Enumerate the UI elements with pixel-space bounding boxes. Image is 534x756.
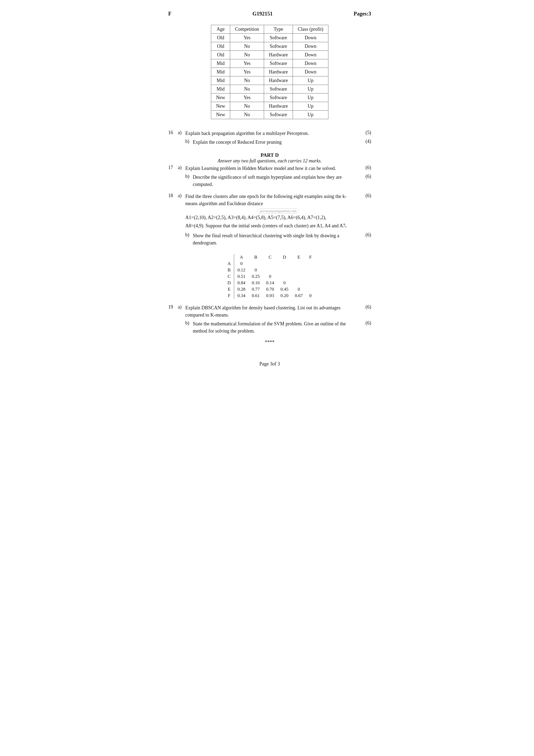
table-cell: New	[211, 94, 230, 102]
table-row: NewYesSoftwareUp	[211, 94, 328, 102]
page-header: F G192151 Pages:3	[168, 11, 371, 17]
col-competition: Competition	[230, 25, 264, 34]
dist-header-row: ABCDEF	[224, 254, 315, 260]
table-cell: Software	[264, 85, 293, 94]
q16-a-text: Explain back propagation algorithm for a…	[185, 130, 358, 137]
table-cell: No	[230, 76, 264, 85]
table-cell: Hardware	[264, 68, 293, 76]
q16-b-row: b) Explain the concept of Reduced Error …	[185, 139, 371, 146]
q19-a-letter: a)	[178, 304, 185, 319]
q17-b-letter: b)	[185, 174, 193, 188]
watermark: previousyearquestion.com	[258, 208, 299, 213]
question-18: 18 a) Find the three clusters after one …	[168, 193, 371, 247]
q19-a-text: Explain DBSCAN algorithm for density bas…	[185, 304, 358, 319]
q17-b-text: Describe the significance of soft margin…	[193, 174, 358, 188]
q18-b-marks: (6)	[358, 232, 371, 247]
table-cell: Hardware	[264, 102, 293, 111]
q19-b-letter: b)	[185, 320, 193, 335]
q17-a-letter: a)	[178, 165, 185, 172]
q18-a-row: 18 a) Find the three clusters after one …	[168, 193, 371, 230]
table-cell: Hardware	[264, 76, 293, 85]
data-table-wrapper: Age Competition Type Class (profit) OldY…	[168, 25, 371, 119]
q16-a-letter: a)	[178, 130, 185, 137]
q16-a-row: 16 a) Explain back propagation algorithm…	[168, 130, 371, 137]
table-cell: Software	[264, 94, 293, 102]
table-row: NewNoHardwareUp	[211, 102, 328, 111]
table-cell: No	[230, 51, 264, 59]
table-cell: Hardware	[264, 51, 293, 59]
q19-a-row: 19 a) Explain DBSCAN algorithm for densi…	[168, 304, 371, 319]
q17-a-marks: (6)	[358, 165, 371, 172]
table-row: MidNoHardwareUp	[211, 76, 328, 85]
table-cell: Yes	[230, 68, 264, 76]
table-cell: Yes	[230, 94, 264, 102]
table-cell: Up	[293, 111, 328, 119]
q16-number: 16	[168, 130, 178, 137]
q19-number: 19	[168, 304, 178, 319]
table-cell: Down	[293, 59, 328, 68]
table-cell: Mid	[211, 85, 230, 94]
q18-b-row: b) Show the final result of hierarchical…	[185, 232, 371, 247]
table-cell: Yes	[230, 59, 264, 68]
table-cell: No	[230, 102, 264, 111]
table-cell: Up	[293, 102, 328, 111]
q19-b-row: b) State the mathematical formulation of…	[185, 320, 371, 335]
distance-matrix-wrapper: ABCDEFA0B0.120C0.510.250D0.840.160.140E0…	[168, 254, 371, 299]
table-cell: No	[230, 111, 264, 119]
q17-b-marks: (6)	[358, 174, 371, 188]
question-19: 19 a) Explain DBSCAN algorithm for densi…	[168, 304, 371, 335]
dist-row: F0.340.610.930.200.670	[224, 292, 315, 299]
part-d-title: PART D	[168, 152, 371, 158]
table-cell: Up	[293, 94, 328, 102]
table-cell: Down	[293, 51, 328, 59]
table-cell: Mid	[211, 76, 230, 85]
q18-a-letter: a)	[178, 193, 185, 230]
q16-b-marks: (4)	[358, 139, 371, 146]
table-cell: Mid	[211, 59, 230, 68]
table-cell: No	[230, 42, 264, 51]
question-16: 16 a) Explain back propagation algorithm…	[168, 130, 371, 146]
table-row: MidYesSoftwareDown	[211, 59, 328, 68]
dist-row: E0.280.770.700.450	[224, 286, 315, 292]
q16-b-text: Explain the concept of Reduced Error pru…	[193, 139, 358, 146]
table-cell: New	[211, 102, 230, 111]
q18-a-text2: A1=(2,10), A2=(2,5), A3=(8,4), A4=(5,8),…	[185, 214, 371, 221]
table-cell: New	[211, 111, 230, 119]
part-d-subtitle: Answer any two full questions, each carr…	[168, 158, 371, 164]
table-row: NewNoSoftwareUp	[211, 111, 328, 119]
q17-number: 17	[168, 165, 178, 172]
table-cell: Up	[293, 85, 328, 94]
table-cell: Software	[264, 111, 293, 119]
q17-b-row: b) Describe the significance of soft mar…	[185, 174, 371, 188]
q18-b-text: Show the final result of hierarchical cl…	[193, 232, 358, 247]
table-cell: Software	[264, 34, 293, 42]
header-center: G192151	[253, 11, 273, 17]
table-cell: Software	[264, 59, 293, 68]
table-cell: Old	[211, 34, 230, 42]
q16-b-letter: b)	[185, 139, 193, 146]
table-row: OldNoSoftwareDown	[211, 42, 328, 51]
q18-a-text: Find the three clusters after one epoch …	[185, 193, 358, 207]
table-cell: Up	[293, 76, 328, 85]
table-cell: Old	[211, 51, 230, 59]
dist-row: B0.120	[224, 267, 315, 273]
table-row: MidYesHardwareDown	[211, 68, 328, 76]
q19-b-marks: (6)	[358, 320, 371, 335]
page-footer: Page 3of 3	[168, 361, 371, 367]
q18-b-letter: b)	[185, 232, 193, 247]
dist-row: D0.840.160.140	[224, 280, 315, 286]
end-stars: ****	[168, 339, 371, 345]
q16-a-marks: (5)	[358, 130, 371, 137]
header-left: F	[168, 11, 171, 17]
q19-a-marks: (6)	[358, 304, 371, 319]
question-17: 17 a) Explain Learning problem in Hidden…	[168, 165, 371, 188]
col-age: Age	[211, 25, 230, 34]
dist-row: C0.510.250	[224, 273, 315, 280]
col-type: Type	[264, 25, 293, 34]
col-class: Class (profit)	[293, 25, 328, 34]
table-cell: No	[230, 85, 264, 94]
q18-a-text3: A8=(4,9). Suppose that the initial seeds…	[185, 222, 371, 230]
table-cell: Down	[293, 42, 328, 51]
classification-table: Age Competition Type Class (profit) OldY…	[211, 25, 328, 119]
table-cell: Yes	[230, 34, 264, 42]
